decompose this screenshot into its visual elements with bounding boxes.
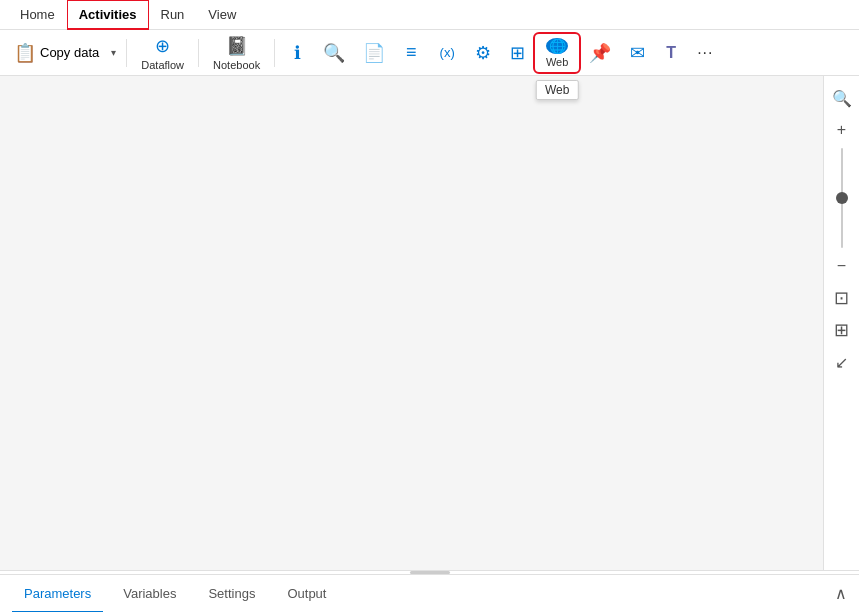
web-label: Web: [546, 56, 568, 68]
web-button[interactable]: 🌐 Web Web: [535, 34, 579, 72]
dataflow-button[interactable]: ⊕ Dataflow: [133, 34, 192, 72]
menu-view[interactable]: View: [196, 0, 248, 30]
menu-run[interactable]: Run: [149, 0, 197, 30]
canvas-area: 🔍 + − ⊡ ⊞ ↙: [0, 76, 859, 570]
copy-data-icon: 📋: [14, 42, 36, 64]
toolbar: 📋 Copy data ▾ ⊕ Dataflow 📓 Notebook ℹ 🔍 …: [0, 30, 859, 76]
teams-icon: T: [666, 44, 676, 62]
separator-2: [198, 39, 199, 67]
fit-page-button[interactable]: ⊡: [828, 284, 856, 312]
slider-thumb: [836, 192, 848, 204]
function-button[interactable]: (x): [429, 34, 465, 72]
zoom-slider[interactable]: [841, 148, 843, 248]
dataflow-icon: ⊕: [155, 35, 170, 57]
more-button[interactable]: ···: [689, 34, 721, 72]
info-button[interactable]: ℹ: [281, 34, 313, 72]
list-button[interactable]: ≡: [395, 34, 427, 72]
tab-output[interactable]: Output: [275, 575, 338, 613]
copy-data-main[interactable]: 📋 Copy data: [8, 34, 105, 72]
menu-activities[interactable]: Activities: [67, 0, 149, 30]
auto-layout-button[interactable]: ⊞: [828, 316, 856, 344]
separator-1: [126, 39, 127, 67]
outlook-icon: ✉: [630, 42, 645, 64]
tab-parameters[interactable]: Parameters: [12, 575, 103, 613]
pin-icon: 📌: [589, 42, 611, 64]
bottom-panel: Parameters Variables Settings Output ∧: [0, 570, 859, 612]
canvas-search-button[interactable]: 🔍: [828, 84, 856, 112]
separator-3: [274, 39, 275, 67]
zoom-in-button[interactable]: +: [828, 116, 856, 144]
right-controls: 🔍 + − ⊡ ⊞ ↙: [823, 76, 859, 570]
pipeline-icon: ⚙: [475, 42, 491, 64]
bottom-tabs: Parameters Variables Settings Output ∧: [0, 574, 859, 612]
tab-settings[interactable]: Settings: [196, 575, 267, 613]
web-tooltip: Web: [536, 80, 578, 100]
menu-home[interactable]: Home: [8, 0, 67, 30]
copy-data-label: Copy data: [40, 45, 99, 60]
copy-data-dropdown[interactable]: ▾: [107, 34, 120, 72]
brackets-button[interactable]: ⊞: [501, 34, 533, 72]
zoom-in-icon: +: [837, 121, 846, 139]
pin-button[interactable]: 📌: [581, 34, 619, 72]
zoom-out-icon: −: [837, 257, 846, 275]
collapse-panel-button[interactable]: ∧: [835, 584, 847, 603]
collapse-panel-icon: ∧: [835, 584, 847, 603]
globe-icon: 🌐: [546, 38, 568, 54]
fit-page-icon: ⊡: [834, 287, 849, 309]
notebook-button[interactable]: 📓 Notebook: [205, 34, 268, 72]
script-button[interactable]: 📄: [355, 34, 393, 72]
function-icon: (x): [440, 45, 455, 60]
pipeline-button[interactable]: ⚙: [467, 34, 499, 72]
tab-variables[interactable]: Variables: [111, 575, 188, 613]
outlook-button[interactable]: ✉: [621, 34, 653, 72]
brackets-icon: ⊞: [510, 42, 525, 64]
dataflow-label: Dataflow: [141, 59, 184, 71]
more-icon: ···: [697, 44, 713, 62]
script-icon: 📄: [363, 42, 385, 64]
zoom-out-button[interactable]: −: [828, 252, 856, 280]
slider-track[interactable]: [841, 148, 843, 248]
notebook-label: Notebook: [213, 59, 260, 71]
copy-data-button[interactable]: 📋 Copy data ▾: [8, 34, 120, 72]
list-icon: ≡: [406, 42, 417, 63]
collapse-canvas-button[interactable]: ↙: [828, 348, 856, 376]
search-button[interactable]: 🔍: [315, 34, 353, 72]
search-icon: 🔍: [323, 42, 345, 64]
notebook-icon: 📓: [226, 35, 248, 57]
collapse-canvas-icon: ↙: [835, 353, 848, 372]
info-icon: ℹ: [294, 42, 301, 64]
teams-button[interactable]: T: [655, 34, 687, 72]
auto-layout-icon: ⊞: [834, 319, 849, 341]
canvas-search-icon: 🔍: [832, 89, 852, 108]
menu-bar: Home Activities Run View: [0, 0, 859, 30]
